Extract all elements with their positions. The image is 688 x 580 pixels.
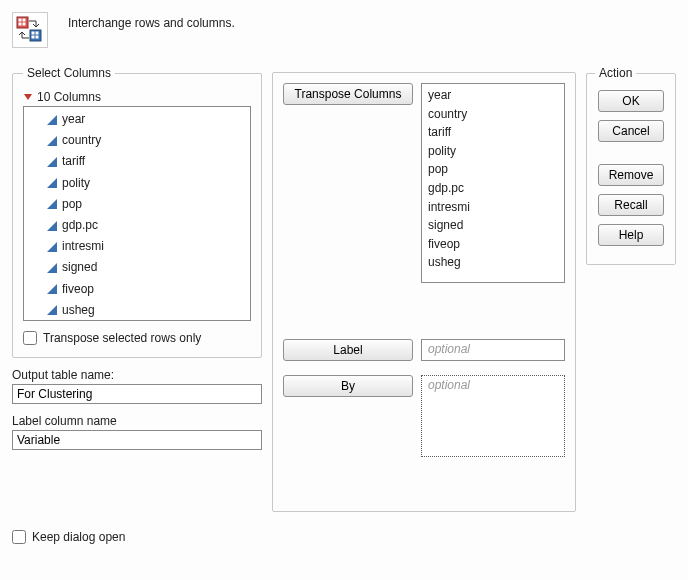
disclosure-triangle-icon[interactable] bbox=[23, 92, 33, 102]
column-item[interactable]: intresmi bbox=[28, 236, 246, 257]
column-item[interactable]: polity bbox=[28, 173, 246, 194]
ok-button[interactable]: OK bbox=[598, 90, 664, 112]
transpose-list-item[interactable]: fiveop bbox=[428, 235, 558, 254]
action-group: Action OK Cancel Remove Recall Help bbox=[586, 66, 676, 265]
label-role-button[interactable]: Label bbox=[283, 339, 413, 361]
columns-count-label: 10 Columns bbox=[37, 90, 101, 104]
svg-marker-19 bbox=[47, 284, 57, 294]
column-item-label: tariff bbox=[62, 152, 85, 171]
svg-rect-7 bbox=[36, 32, 39, 35]
transpose-list-item[interactable]: pop bbox=[428, 160, 558, 179]
svg-rect-8 bbox=[32, 36, 35, 39]
keep-dialog-open-label[interactable]: Keep dialog open bbox=[32, 530, 125, 544]
svg-marker-13 bbox=[47, 157, 57, 167]
svg-marker-10 bbox=[24, 94, 32, 100]
svg-marker-14 bbox=[47, 178, 57, 188]
svg-rect-6 bbox=[32, 32, 35, 35]
cancel-button[interactable]: Cancel bbox=[598, 120, 664, 142]
transpose-list-item[interactable]: country bbox=[428, 105, 558, 124]
dialog-description: Interchange rows and columns. bbox=[68, 12, 235, 30]
output-table-input[interactable] bbox=[12, 384, 262, 404]
label-column-input[interactable] bbox=[12, 430, 262, 450]
column-item-label: intresmi bbox=[62, 237, 104, 256]
svg-marker-15 bbox=[47, 199, 57, 209]
select-columns-group: Select Columns 10 Columns yearcountrytar… bbox=[12, 66, 262, 358]
recall-button[interactable]: Recall bbox=[598, 194, 664, 216]
column-item-label: fiveop bbox=[62, 280, 94, 299]
roles-panel: Transpose Columns yearcountrytariffpolit… bbox=[272, 72, 576, 512]
label-role-list[interactable]: optional bbox=[421, 339, 565, 361]
column-item-label: gdp.pc bbox=[62, 216, 98, 235]
column-item-label: polity bbox=[62, 174, 90, 193]
column-item[interactable]: year bbox=[28, 109, 246, 130]
column-item[interactable]: pop bbox=[28, 194, 246, 215]
column-item[interactable]: tariff bbox=[28, 151, 246, 172]
columns-tree[interactable]: yearcountrytariffpolitypopgdp.pcintresmi… bbox=[23, 106, 251, 321]
svg-rect-3 bbox=[19, 23, 22, 26]
select-columns-legend: Select Columns bbox=[23, 66, 115, 80]
column-item-label: signed bbox=[62, 258, 97, 277]
label-column-label: Label column name bbox=[12, 414, 262, 428]
svg-rect-4 bbox=[23, 23, 26, 26]
transpose-list-item[interactable]: gdp.pc bbox=[428, 179, 558, 198]
column-item-label: year bbox=[62, 110, 85, 129]
svg-marker-20 bbox=[47, 305, 57, 315]
svg-rect-1 bbox=[19, 19, 22, 22]
keep-dialog-open-checkbox[interactable] bbox=[12, 530, 26, 544]
svg-marker-11 bbox=[47, 115, 57, 125]
svg-marker-16 bbox=[47, 221, 57, 231]
transpose-list-item[interactable]: polity bbox=[428, 142, 558, 161]
label-role-placeholder: optional bbox=[428, 342, 470, 356]
transpose-list-item[interactable]: usheg bbox=[428, 253, 558, 272]
by-role-button[interactable]: By bbox=[283, 375, 413, 397]
svg-marker-18 bbox=[47, 263, 57, 273]
column-item-label: pop bbox=[62, 195, 82, 214]
svg-rect-2 bbox=[23, 19, 26, 22]
by-role-list[interactable]: optional bbox=[421, 375, 565, 457]
transpose-selected-rows-checkbox[interactable] bbox=[23, 331, 37, 345]
transpose-list-item[interactable]: intresmi bbox=[428, 198, 558, 217]
column-item-label: usheg bbox=[62, 301, 95, 320]
transpose-list-item[interactable]: signed bbox=[428, 216, 558, 235]
column-item[interactable]: gdp.pc bbox=[28, 215, 246, 236]
column-item[interactable]: signed bbox=[28, 257, 246, 278]
transpose-selected-rows-label[interactable]: Transpose selected rows only bbox=[43, 331, 201, 345]
column-item-label: country bbox=[62, 131, 101, 150]
svg-marker-17 bbox=[47, 242, 57, 252]
svg-rect-9 bbox=[36, 36, 39, 39]
column-item[interactable]: fiveop bbox=[28, 279, 246, 300]
action-legend: Action bbox=[595, 66, 636, 80]
by-role-placeholder: optional bbox=[428, 378, 470, 392]
help-button[interactable]: Help bbox=[598, 224, 664, 246]
column-item[interactable]: country bbox=[28, 130, 246, 151]
transpose-columns-button[interactable]: Transpose Columns bbox=[283, 83, 413, 105]
column-item[interactable]: usheg bbox=[28, 300, 246, 321]
transpose-list-item[interactable]: year bbox=[428, 86, 558, 105]
transpose-icon bbox=[12, 12, 48, 48]
transpose-list-item[interactable]: tariff bbox=[428, 123, 558, 142]
output-table-label: Output table name: bbox=[12, 368, 262, 382]
transpose-columns-list[interactable]: yearcountrytariffpolitypopgdp.pcintresmi… bbox=[421, 83, 565, 283]
svg-marker-12 bbox=[47, 136, 57, 146]
remove-button[interactable]: Remove bbox=[598, 164, 664, 186]
